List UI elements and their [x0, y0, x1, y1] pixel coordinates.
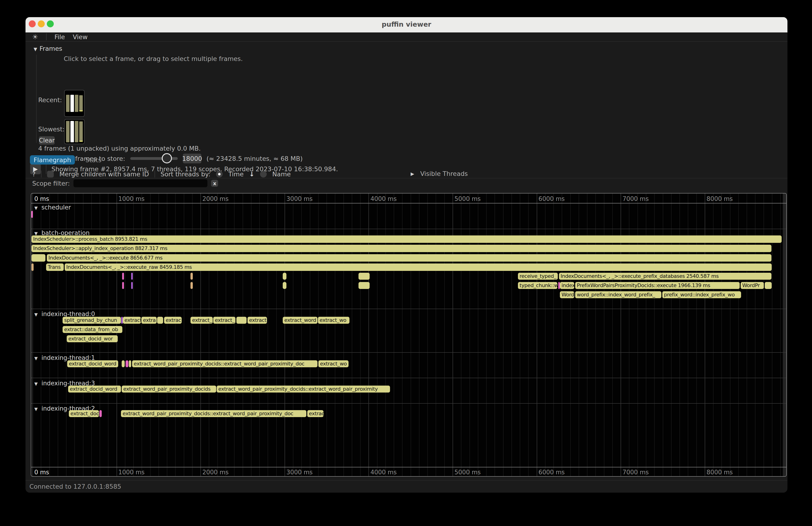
max-frames-slider[interactable]: [130, 157, 178, 160]
scope-bar[interactable]: [99, 410, 102, 417]
scope-bar[interactable]: [31, 263, 33, 271]
scope-bar[interactable]: extract_word_pair_proximity_docids::extr…: [217, 385, 390, 393]
scope-filter-input[interactable]: [73, 179, 207, 187]
scope-bar[interactable]: WordPr: [741, 282, 764, 289]
frame-bar-selected[interactable]: [70, 121, 74, 142]
scope-bar[interactable]: extrac: [307, 410, 323, 417]
scope-bar[interactable]: extract_word_pair_proximity_docids: [122, 385, 216, 393]
scope-bar[interactable]: extract_docid_word: [67, 360, 118, 367]
scope-bar[interactable]: extra: [141, 317, 157, 324]
scope-bar[interactable]: PrefixWordPairsProximityDocids::execute …: [575, 282, 740, 289]
scope-bar[interactable]: [131, 273, 133, 280]
scope-bar[interactable]: IndexDocuments<_, _>::execute_prefix_dat…: [559, 273, 771, 280]
scope-bar[interactable]: extract_wo: [318, 360, 349, 367]
scope-bar[interactable]: [765, 282, 772, 289]
slowest-frames-thumbnail[interactable]: [64, 119, 85, 144]
scope-bar[interactable]: Trans: [46, 263, 64, 271]
scope-bar[interactable]: [129, 360, 131, 367]
sort-direction-down-icon[interactable]: ↓: [249, 171, 255, 178]
scope-bar[interactable]: extract_word_pair_proximity_docids::extr…: [132, 360, 318, 367]
scope-bar[interactable]: extrac: [164, 317, 182, 324]
scope-bar[interactable]: [359, 273, 369, 280]
collapsed-triangle-icon: ▶: [411, 171, 414, 177]
frame-bar[interactable]: [66, 121, 70, 142]
flamegraph-controls: ? Merge children with same ID Sort threa…: [32, 169, 291, 179]
controls-divider: [41, 171, 42, 177]
scope-bar[interactable]: [122, 282, 124, 289]
scope-bar[interactable]: IndexDocuments<_, _>::execute 8656.677 m…: [47, 254, 771, 262]
scope-bar[interactable]: prefix_word::index_prefix_wo: [662, 291, 741, 298]
frame-bar-selected[interactable]: [70, 95, 74, 112]
tick-label: 4000 ms: [370, 195, 396, 202]
scope-bar[interactable]: extract::data_from_ob: [62, 326, 122, 333]
tick-label: 2000 ms: [202, 195, 229, 202]
frame-bar[interactable]: [79, 95, 83, 112]
scope-bar[interactable]: [122, 273, 124, 280]
scope-bar[interactable]: extract_doc: [69, 410, 99, 417]
tick-label: 7000 ms: [622, 469, 649, 476]
scope-bar[interactable]: [190, 273, 193, 280]
scope-bar[interactable]: [359, 282, 369, 289]
flamegraph-canvas[interactable]: 0 ms0 ms1000 ms1000 ms2000 ms2000 ms3000…: [31, 193, 787, 477]
slider-knob[interactable]: [162, 153, 172, 163]
scope-bar[interactable]: [131, 282, 133, 289]
recent-frames-thumbnail[interactable]: [64, 90, 85, 117]
scope-bar[interactable]: index: [560, 282, 574, 289]
recent-label: Recent:: [38, 97, 62, 104]
scope-bar[interactable]: typed_chunk::w: [518, 282, 557, 289]
tick-label: 1000 ms: [118, 195, 145, 202]
menu-view[interactable]: View: [73, 33, 88, 41]
clear-filter-button[interactable]: x: [211, 180, 218, 187]
scope-bar[interactable]: split_grenad_by_chun: [62, 317, 121, 324]
scope-bar[interactable]: [236, 317, 247, 324]
tab-flamegraph[interactable]: Flamegraph: [30, 155, 75, 164]
scope-bar[interactable]: Word: [560, 291, 574, 298]
scope-bar[interactable]: [122, 360, 125, 367]
sort-by-time-radio[interactable]: [216, 171, 223, 177]
max-frames-value[interactable]: 18000: [183, 154, 201, 163]
frames-section-header[interactable]: ▼Frames: [33, 45, 62, 52]
scope-bar[interactable]: [157, 317, 163, 324]
scope-bar[interactable]: extract_word: [283, 317, 318, 324]
frame-bar[interactable]: [75, 95, 78, 112]
scope-bar[interactable]: IndexScheduler>::apply_index_operation 8…: [31, 245, 771, 252]
scope-bar[interactable]: extract: [123, 317, 141, 324]
scope-bar[interactable]: extract_: [213, 317, 235, 324]
theme-sun-icon[interactable]: ☀: [32, 33, 38, 41]
scope-bar[interactable]: extract_word_pair_proximity_docids::extr…: [121, 410, 306, 417]
scope-bar[interactable]: IndexScheduler>::process_batch 8953.821 …: [31, 235, 782, 243]
scope-bar[interactable]: [283, 273, 287, 280]
scope-bar[interactable]: [190, 282, 193, 289]
merge-children-checkbox[interactable]: [47, 171, 54, 177]
sort-by-name-label: Name: [272, 171, 291, 178]
scope-bar[interactable]: extract_wo: [318, 317, 349, 324]
scope-bar[interactable]: extract: [247, 317, 267, 324]
scope-bar[interactable]: IndexDocuments<_, _>::execute_raw 8459.1…: [65, 263, 772, 271]
thread-group-header[interactable]: ▼ indexing-thread:0: [34, 310, 98, 318]
scope-bar[interactable]: word_prefix::index_word_prefix_: [575, 291, 662, 298]
sort-by-name-radio[interactable]: [260, 171, 267, 177]
scroll-strip[interactable]: [783, 193, 786, 476]
help-button[interactable]: ?: [32, 171, 35, 178]
scope-bar[interactable]: [31, 254, 45, 262]
scope-bar[interactable]: [558, 282, 560, 289]
scope-bar[interactable]: [31, 211, 33, 218]
visible-threads-header[interactable]: ▶ Visible Threads: [411, 170, 468, 177]
menu-file[interactable]: File: [55, 33, 65, 41]
thread-group-header[interactable]: ▼ scheduler: [34, 204, 74, 211]
group-separator: [31, 378, 786, 378]
scope-bar[interactable]: [283, 282, 287, 289]
clear-frames-button[interactable]: Clear: [39, 136, 55, 145]
frame-bar[interactable]: [75, 121, 78, 142]
tab-stats[interactable]: Stats: [82, 155, 105, 164]
scope-bar[interactable]: extract_: [190, 317, 213, 324]
scope-bar[interactable]: extract_docid_wor: [67, 335, 118, 342]
frame-bar[interactable]: [79, 121, 83, 142]
scope-bar[interactable]: receive_typed_: [518, 273, 558, 280]
scope-bar[interactable]: [126, 360, 128, 367]
frame-bar[interactable]: [66, 95, 70, 112]
scope-bar[interactable]: extract_docid_word: [68, 385, 121, 393]
scope-bar[interactable]: [121, 317, 123, 324]
collapse-triangle-icon: ▼: [34, 231, 39, 236]
collapse-triangle-icon: ▼: [34, 312, 39, 317]
